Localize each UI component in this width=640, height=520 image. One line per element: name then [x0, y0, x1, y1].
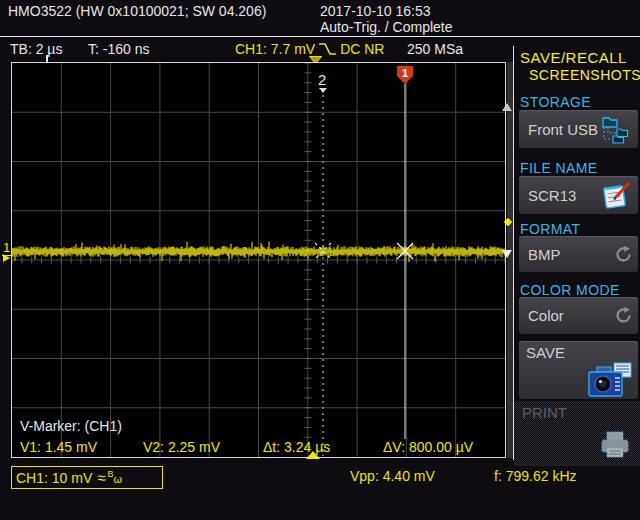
vmarker-delta-v: ΔV: 800.00 µV — [383, 439, 473, 455]
storage-button[interactable]: Front USB — [519, 110, 638, 148]
ac-coupling-symbol: ≈ — [97, 469, 105, 486]
edit-notepad-icon — [602, 180, 632, 210]
color-mode-label: COLOR MODE — [520, 282, 620, 298]
vmarker-title: V-Marker: (CH1) — [20, 418, 122, 434]
trigger-level-marker-icon[interactable] — [502, 103, 512, 111]
storage-value: Front USB — [528, 121, 598, 138]
datetime: 2017-10-10 16:53 — [320, 3, 431, 19]
save-button[interactable]: SAVE — [519, 341, 638, 399]
header-divider — [0, 36, 640, 37]
save-button-label: SAVE — [526, 344, 565, 361]
vmarker-delta-t: Δt: 3.24 µs — [263, 439, 330, 455]
channel1-position-arrow-icon — [3, 254, 10, 262]
menu-divider — [513, 46, 514, 460]
falling-edge-trigger-icon — [318, 42, 337, 56]
channel1-settings-box[interactable]: CH1: 10 mV ≈ B ω — [11, 466, 163, 489]
file-name-value: SCR13 — [528, 187, 576, 204]
coupling-mode-readout: DC NR — [340, 41, 384, 57]
storage-label: STORAGE — [520, 94, 591, 110]
offset-marker-icon — [502, 250, 512, 258]
format-button[interactable]: BMP — [519, 236, 638, 272]
printer-icon — [600, 431, 630, 459]
folder-tree-icon — [602, 114, 632, 144]
channel-status-group: CH1: 7.7 mV DC NR — [235, 41, 384, 57]
frequency-readout: f: 799.62 kHz — [494, 468, 577, 484]
sample-rate-readout: 250 MSa — [407, 41, 463, 57]
bandwidth-limit-symbol-w: ω — [114, 473, 123, 485]
cycle-arrow-icon — [615, 246, 632, 263]
vpp-readout: Vpp: 4.40 mV — [350, 468, 435, 484]
camera-icon — [587, 362, 633, 398]
vmarker-v2: V2: 2.25 mV — [143, 439, 220, 455]
v-marker-2-label: 2 — [318, 71, 326, 88]
timebase-readout: TB: 2 µs — [10, 41, 62, 57]
print-button-label: PRINT — [522, 404, 567, 421]
menu-title: SAVE/RECALL — [520, 49, 627, 66]
trigger-time-readout: T: -160 ns — [88, 41, 149, 57]
v-marker-2-arrow-icon — [319, 88, 327, 93]
graticule-canvas: 2 1 — [12, 63, 505, 457]
color-mode-button[interactable]: Color — [519, 297, 638, 334]
device-title: HMO3522 (HW 0x10100021; SW 04.206) — [8, 3, 266, 19]
file-name-button[interactable]: SCR13 — [519, 176, 638, 214]
menu-subtitle: SCREENSHOTS — [529, 67, 640, 83]
trigger-status: Auto-Trig. / Complete — [320, 19, 453, 35]
file-name-label: FILE NAME — [520, 160, 598, 176]
channel-scale-readout: CH1: 7.7 mV — [235, 41, 315, 57]
format-value: BMP — [528, 246, 561, 263]
color-mode-value: Color — [528, 307, 564, 324]
time-reference-tick — [46, 55, 48, 62]
cycle-arrow-icon — [615, 307, 632, 324]
v-marker-1-label: 1 — [402, 67, 408, 79]
waveform-display: 2 1 — [11, 62, 506, 458]
print-button[interactable]: PRINT — [514, 401, 640, 466]
vmarker-v1: V1: 1.45 mV — [20, 439, 97, 455]
oscilloscope-screen: HMO3522 (HW 0x10100021; SW 04.206) 2017-… — [0, 0, 640, 520]
channel1-scale: CH1: 10 mV — [16, 470, 92, 486]
format-label: FORMAT — [520, 221, 580, 237]
